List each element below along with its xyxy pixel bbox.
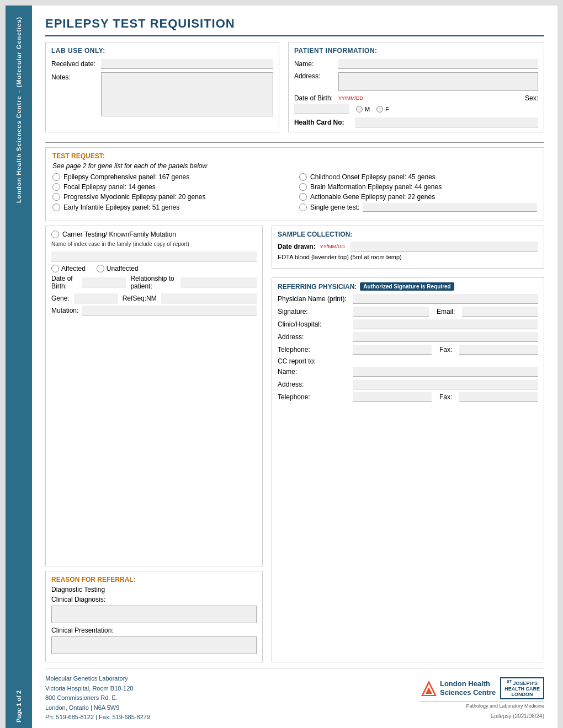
affected-item: Affected bbox=[51, 265, 86, 272]
doc-ref: Epilepsy (2021/06/24) bbox=[491, 713, 544, 719]
patient-info-header: PATIENT INFORMATION: bbox=[294, 47, 538, 55]
cc-name-input[interactable] bbox=[353, 367, 538, 377]
referring-header-row: REFERRING PHYSICIAN: Authorized Signatur… bbox=[278, 282, 538, 291]
diagnostic-testing-label: Diagnostic Testing bbox=[51, 586, 105, 593]
email-input[interactable] bbox=[462, 307, 538, 317]
clinical-presentation-label: Clinical Presentation: bbox=[51, 627, 114, 634]
affected-checkbox[interactable] bbox=[51, 265, 59, 272]
main-content: EPILEPSY TEST REQUISITION LAB USE ONLY: … bbox=[32, 6, 557, 728]
clinic-input[interactable] bbox=[353, 319, 538, 329]
panel-label-7: Single gene test: bbox=[310, 204, 359, 211]
patient-address-input[interactable] bbox=[338, 72, 538, 91]
fax-input[interactable] bbox=[459, 345, 538, 355]
refseq-label: RefSeq:NM bbox=[123, 295, 157, 302]
physician-address-label: Address: bbox=[278, 333, 349, 341]
clinical-presentation-input[interactable] bbox=[51, 636, 257, 654]
unaffected-label: Unaffected bbox=[107, 265, 139, 272]
left-bottom: Carrier Testing/ KnownFamily Mutation Na… bbox=[45, 226, 263, 662]
family-label: Name of index case in the family bbox=[51, 241, 131, 247]
stjoseph-line2: HEALTH CARE bbox=[504, 686, 540, 692]
physician-address-row: Address: bbox=[278, 332, 538, 342]
panel-checkbox-6[interactable] bbox=[52, 204, 60, 211]
date-drawn-input[interactable] bbox=[350, 242, 538, 251]
mutation-row: Mutation: bbox=[51, 306, 257, 315]
affected-row: Affected Unaffected bbox=[51, 265, 257, 272]
sex-radio-group: M F bbox=[356, 106, 389, 113]
cc-telephone-label: Telephone: bbox=[278, 393, 349, 401]
carrier-dob-input[interactable] bbox=[82, 277, 126, 287]
signature-label: Signature: bbox=[278, 308, 349, 315]
reason-section: REASON FOR REFERRAL: Diagnostic Testing … bbox=[45, 571, 263, 662]
gene-input[interactable] bbox=[74, 293, 118, 303]
notes-label: Notes: bbox=[51, 72, 101, 81]
panel-label-4: Progressive Myoclonic Epilepsy panel: 20… bbox=[63, 193, 205, 201]
dob-input[interactable] bbox=[294, 104, 349, 114]
carrier-dob-label: Date of Birth: bbox=[51, 275, 77, 290]
panel-checkbox-7[interactable] bbox=[299, 204, 307, 211]
reason-header: REASON FOR REFERRAL: bbox=[51, 576, 257, 584]
sex-f-radio[interactable] bbox=[376, 106, 383, 113]
signature-input[interactable] bbox=[353, 307, 429, 317]
unaffected-item: Unaffected bbox=[97, 265, 139, 272]
date-drawn-row: Date drawn: YY/MM/DD bbox=[278, 242, 538, 251]
panel-checkbox-3[interactable] bbox=[299, 183, 307, 191]
single-gene-input[interactable] bbox=[363, 203, 537, 212]
test-request-section: TEST REQUEST: See page 2 for gene list f… bbox=[45, 147, 544, 221]
physician-address-input[interactable] bbox=[353, 332, 538, 342]
carrier-checkbox[interactable] bbox=[51, 231, 59, 238]
lhsc-text-line1: London Health bbox=[440, 679, 496, 688]
panel-checkbox-4[interactable] bbox=[52, 193, 60, 201]
sex-f-label: F bbox=[385, 106, 389, 113]
sample-collection-section: SAMPLE COLLECTION: Date drawn: YY/MM/DD … bbox=[272, 226, 544, 269]
unaffected-checkbox[interactable] bbox=[97, 265, 104, 272]
referring-physician-section: REFERRING PHYSICIAN: Authorized Signatur… bbox=[272, 277, 544, 662]
panel-item-4: Progressive Myoclonic Epilepsy panel: 20… bbox=[52, 193, 290, 201]
carrier-testing-section: Carrier Testing/ KnownFamily Mutation Na… bbox=[45, 226, 263, 566]
sex-m-label: M bbox=[365, 106, 370, 113]
stjoseph-logo: ST JOSEPH'S HEALTH CARE LONDON bbox=[500, 677, 544, 699]
index-case-input[interactable] bbox=[51, 251, 257, 261]
panel-checkbox-2[interactable] bbox=[52, 183, 60, 191]
panel-checkbox-1[interactable] bbox=[299, 173, 307, 181]
cc-address-row: Address: bbox=[278, 379, 538, 389]
notes-input[interactable] bbox=[101, 72, 273, 116]
footer-address1: Victoria Hospital, Room B10-128 bbox=[45, 684, 150, 694]
mutation-input[interactable] bbox=[82, 306, 257, 315]
telephone-input[interactable] bbox=[353, 345, 432, 355]
referring-header-label: REFERRING PHYSICIAN: bbox=[278, 283, 357, 291]
clinical-diagnosis-label: Clinical Diagnosis: bbox=[51, 596, 105, 603]
dob-sex-row: Date of Birth: YY/MM/DD Sex: bbox=[294, 94, 538, 102]
gene-refseq-row: Gene: RefSeq:NM bbox=[51, 293, 257, 303]
health-card-input[interactable] bbox=[355, 117, 538, 127]
refseq-input[interactable] bbox=[161, 293, 257, 303]
signature-row: Signature: Email: bbox=[278, 307, 538, 317]
panel-checkbox-5[interactable] bbox=[299, 193, 307, 201]
received-date-input[interactable] bbox=[101, 59, 273, 69]
panel-item-7: Single gene test: bbox=[299, 203, 537, 212]
cc-fax-label: Fax: bbox=[439, 393, 456, 401]
cc-telephone-input[interactable] bbox=[353, 392, 432, 402]
cc-label: CC report to: bbox=[278, 357, 538, 365]
health-card-label: Health Card No: bbox=[294, 119, 355, 126]
panel-item-0: Epilepsy Comprehensive panel: 167 genes bbox=[52, 173, 290, 181]
right-bottom: SAMPLE COLLECTION: Date drawn: YY/MM/DD … bbox=[272, 226, 544, 662]
received-date-label: Received date: bbox=[51, 59, 101, 68]
relationship-input[interactable] bbox=[180, 277, 257, 287]
patient-address-row: Address: bbox=[294, 72, 538, 91]
panel-checkbox-0[interactable] bbox=[52, 173, 60, 181]
cc-address-input[interactable] bbox=[353, 379, 538, 389]
clinical-diagnosis-input[interactable] bbox=[51, 606, 257, 623]
diagnostic-testing-row: Diagnostic Testing bbox=[51, 586, 257, 593]
cc-fax-input[interactable] bbox=[459, 392, 538, 402]
lhsc-text-line2: Sciences Centre bbox=[440, 688, 496, 697]
physician-name-input[interactable] bbox=[353, 294, 538, 304]
received-date-row: Received date: bbox=[51, 59, 273, 69]
sex-m-radio[interactable] bbox=[356, 106, 363, 113]
patient-name-input[interactable] bbox=[338, 59, 538, 69]
physician-name-label: Physician Name (print): bbox=[278, 295, 349, 303]
panel-label-3: Brain Malformation Epilepsy panel: 44 ge… bbox=[310, 183, 442, 191]
sample-header: SAMPLE COLLECTION: bbox=[278, 231, 538, 238]
panel-item-1: Childhood Onset Epilepsy panel: 45 genes bbox=[299, 173, 537, 181]
panels-grid: Epilepsy Comprehensive panel: 167 genes … bbox=[52, 173, 537, 212]
panel-item-5: Actionable Gene Epilepsy panel: 22 genes bbox=[299, 193, 537, 201]
